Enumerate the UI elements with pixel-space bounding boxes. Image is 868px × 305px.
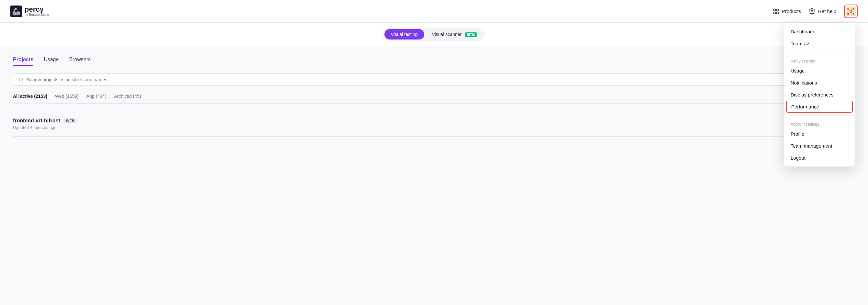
browsers-tab[interactable]: Browsers (69, 57, 91, 66)
beta-badge: BETA (465, 32, 477, 37)
visual-scanner-label: Visual scanner (432, 32, 462, 37)
usage-tab[interactable]: Usage (44, 57, 59, 66)
view-tabs: Visual testing Visual scanner BETA (0, 23, 868, 46)
logo-percy-label: percy (25, 6, 49, 13)
logo-sub-label: by BrowserStack (25, 13, 49, 17)
svg-point-8 (847, 8, 849, 10)
filter-tabs: All active (2153) Web (1659) App (494) A… (13, 94, 855, 103)
filter-all-active[interactable]: All active (2153) (13, 94, 47, 103)
divider-2 (784, 115, 855, 116)
projects-tab[interactable]: Projects (13, 57, 33, 66)
project-updated: Updated 4 minutes ago (13, 125, 841, 130)
svg-point-9 (852, 8, 855, 10)
section-percy-settings: Percy settings (784, 55, 855, 65)
svg-rect-4 (774, 12, 776, 13)
divider-1 (784, 52, 855, 53)
visual-scanner-tab[interactable]: Visual scanner BETA (426, 29, 484, 39)
gethelp-button[interactable]: Get help (809, 8, 836, 14)
search-bar (13, 73, 855, 86)
filter-archived[interactable]: Archived (45) (114, 94, 141, 103)
nav-tabs: Projects Usage Browsers (13, 57, 855, 66)
project-info: frontend-vrt-bifrost WEB Updated 4 minut… (13, 118, 841, 130)
svg-rect-5 (777, 12, 779, 13)
search-icon (19, 77, 24, 82)
svg-point-14 (19, 78, 23, 81)
filter-app[interactable]: App (494) (87, 94, 106, 103)
section-account-settings: Account settings (784, 118, 855, 128)
main-content: Projects Usage Browsers All active (2153… (0, 46, 868, 147)
logo-text: percy by BrowserStack (25, 6, 49, 17)
svg-text:🦾: 🦾 (12, 7, 21, 16)
percy-logo-icon: 🦾 (10, 5, 22, 17)
gethelp-label: Get help (818, 8, 836, 14)
dropdown-profile[interactable]: Profile (784, 128, 855, 140)
logo[interactable]: 🦾 percy by BrowserStack (10, 5, 49, 17)
products-button[interactable]: Products (773, 8, 801, 14)
svg-point-6 (811, 10, 813, 12)
tabs-pills-group: Visual testing Visual scanner BETA (383, 28, 485, 41)
dropdown-team-management[interactable]: Team management (784, 140, 855, 152)
project-item: frontend-vrt-bifrost WEB Updated 4 minut… (13, 111, 855, 136)
header: 🦾 percy by BrowserStack Products Get hel… (0, 0, 868, 23)
svg-point-13 (850, 11, 851, 12)
dropdown-performance[interactable]: Performance (786, 101, 853, 113)
gear-icon (809, 8, 815, 14)
project-title-row: frontend-vrt-bifrost WEB (13, 118, 841, 124)
svg-point-11 (852, 13, 855, 15)
avatar-icon (846, 6, 856, 16)
dropdown-logout[interactable]: Logout (784, 152, 855, 164)
avatar-button[interactable] (844, 4, 858, 18)
svg-rect-2 (774, 9, 776, 11)
filter-web[interactable]: Web (1659) (55, 94, 79, 103)
dropdown-dashboard[interactable]: Dashboard (784, 26, 855, 37)
dropdown-usage[interactable]: Usage (784, 65, 855, 77)
products-label: Products (782, 8, 801, 14)
visual-testing-tab[interactable]: Visual testing (384, 29, 424, 39)
header-actions: Products Get help (773, 4, 858, 18)
search-input[interactable] (27, 77, 849, 82)
project-name: frontend-vrt-bifrost (13, 118, 60, 124)
dropdown-display-preferences[interactable]: Display preferences (784, 89, 855, 101)
grid-icon (773, 8, 779, 14)
project-type-badge: WEB (63, 118, 77, 123)
dropdown-teams[interactable]: Teams > (784, 37, 855, 50)
dropdown-notifications[interactable]: Notifications (784, 77, 855, 89)
dropdown-menu: Dashboard Teams > Percy settings Usage N… (784, 23, 855, 167)
svg-point-10 (847, 13, 849, 15)
svg-rect-3 (777, 9, 779, 11)
